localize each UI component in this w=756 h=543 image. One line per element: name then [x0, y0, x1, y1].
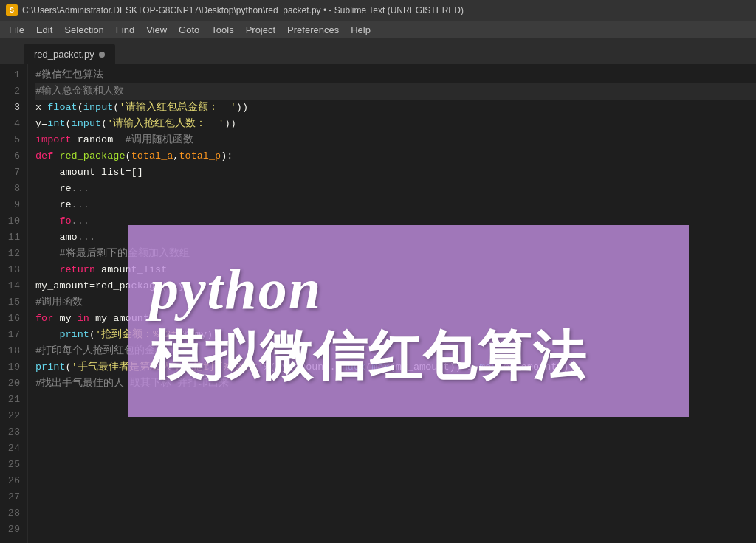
code-line-20: #将最后剩下的金额加入数组	[35, 246, 756, 262]
line-num-21: 21	[4, 392, 20, 408]
line-num-24: 24	[4, 440, 20, 457]
menu-find[interactable]: Find	[110, 23, 140, 37]
code-line-5: y=int(input('请输入抢红包人数： '))	[35, 116, 756, 132]
line-num-6: 6	[4, 148, 20, 165]
line-num-1: 1	[4, 67, 20, 83]
line-num-19: 19	[4, 359, 20, 376]
line-num-5: 5	[4, 132, 20, 148]
tab-modified-indicator	[99, 52, 105, 58]
line-num-10: 10	[4, 213, 20, 229]
code-line-7: import random #调用随机函数	[35, 132, 756, 148]
menu-goto[interactable]: Goto	[173, 23, 205, 37]
line-num-3: 3	[4, 100, 20, 116]
tab-bar: ▶ red_packet.py	[0, 38, 756, 64]
menu-selection[interactable]: Selection	[58, 23, 109, 37]
line-num-8: 8	[4, 181, 20, 197]
line-num-11: 11	[4, 229, 20, 246]
code-line-21: return amount_list	[35, 262, 756, 278]
line-num-25: 25	[4, 457, 20, 473]
code-line-8: def red_package(total_a,total_p):	[35, 148, 756, 165]
menu-preferences[interactable]: Preferences	[281, 23, 345, 37]
line-num-9: 9	[4, 197, 20, 213]
line-num-26: 26	[4, 473, 20, 489]
line-num-4: 4	[4, 116, 20, 132]
line-num-14: 14	[4, 278, 20, 294]
code-line-3: #输入总金额和人数	[35, 83, 756, 100]
line-num-16: 16	[4, 311, 20, 327]
line-num-29: 29	[4, 522, 20, 538]
line-num-27: 27	[4, 489, 20, 505]
line-num-22: 22	[4, 408, 20, 424]
menu-edit[interactable]: Edit	[30, 23, 58, 37]
code-area[interactable]: #微信红包算法 #输入总金额和人数 x=float(input('请输入红包总金…	[28, 64, 756, 543]
code-line-19: amo...	[35, 229, 756, 246]
line-num-17: 17	[4, 327, 20, 343]
menu-view[interactable]: View	[140, 23, 173, 37]
code-line-26: print('抢到金额：%.2f'%(my))	[35, 327, 756, 343]
line-num-28: 28	[4, 505, 20, 522]
line-num-15: 15	[4, 294, 20, 311]
code-line-12: fo...	[35, 213, 756, 229]
file-tab[interactable]: red_packet.py	[24, 44, 115, 64]
code-line-9: amount_list=[]	[35, 165, 756, 181]
line-num-12: 12	[4, 246, 20, 262]
code-line-28: print('手气最佳者是第%d人，他抢到了%.2f元'%(my_amount.…	[35, 359, 756, 376]
menu-help[interactable]: Help	[345, 23, 377, 37]
line-num-2: 2	[4, 83, 20, 100]
menu-tools[interactable]: Tools	[205, 23, 239, 37]
code-line-25: for my in my_amount:	[35, 311, 756, 327]
editor: 1 2 3 4 5 6 7 8 9 10 11 12 13 14 15 16 1…	[0, 64, 756, 543]
menu-file[interactable]: File	[3, 23, 30, 37]
title-bar-text: C:\Users\Administrator.DESKTOP-G8CNP17\D…	[22, 5, 464, 15]
code-line-4: x=float(input('请输入红包总金额： '))	[35, 100, 756, 116]
line-num-13: 13	[4, 262, 20, 278]
menu-bar: File Edit Selection Find View Goto Tools…	[0, 21, 756, 38]
title-bar: S C:\Users\Administrator.DESKTOP-G8CNP17…	[0, 0, 756, 21]
line-num-18: 18	[4, 343, 20, 359]
line-num-20: 20	[4, 376, 20, 392]
line-numbers: 1 2 3 4 5 6 7 8 9 10 11 12 13 14 15 16 1…	[0, 64, 28, 543]
code-line-23: my_amount=red_package(x,y)	[35, 278, 756, 294]
line-num-23: 23	[4, 424, 20, 440]
code-line-1: #微信红包算法	[35, 67, 756, 83]
code-line-27: #打印每个人抢到红包的金额	[35, 343, 756, 359]
code-line-10: re...	[35, 181, 756, 197]
code-line-11: re...	[35, 197, 756, 213]
menu-project[interactable]: Project	[240, 23, 281, 37]
code-line-24: #调用函数	[35, 294, 756, 311]
tab-filename: red_packet.py	[34, 49, 94, 60]
code-line-29: #找出手气最佳的人 取其下标 并打印出来	[35, 376, 756, 392]
line-num-7: 7	[4, 165, 20, 181]
app-icon: S	[6, 4, 18, 16]
title-separator: • -	[323, 5, 334, 15]
